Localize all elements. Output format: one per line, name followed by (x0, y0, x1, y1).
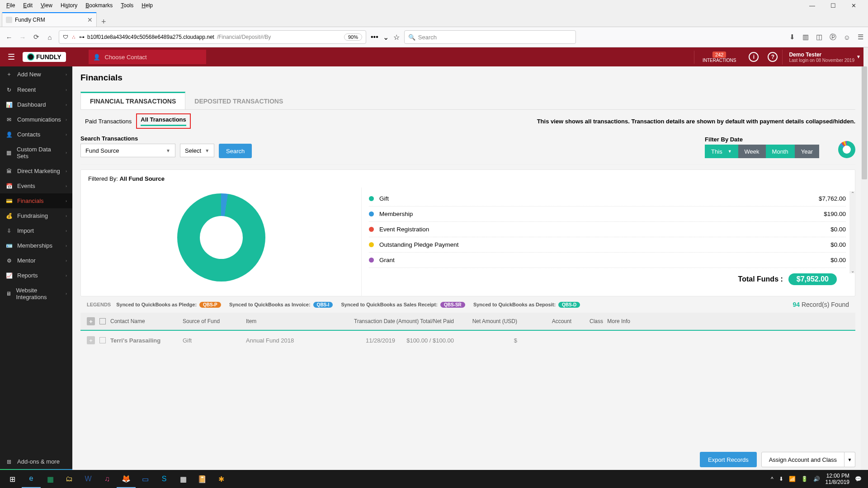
tab-deposited-transactions[interactable]: DEPOSITED TRANSACTIONS (185, 92, 292, 109)
legend-row[interactable]: Membership$190.00 (369, 206, 846, 222)
assign-dropdown-caret[interactable]: ▼ (844, 452, 855, 467)
taskbar-firefox[interactable]: 🦊 (117, 470, 136, 488)
tray-notifications-icon[interactable]: 💬 (855, 476, 862, 482)
home-button[interactable]: ⌂ (45, 33, 54, 41)
sidebar-item-custom-data-sets[interactable]: ▦Custom Data Sets› (0, 142, 72, 164)
shield-icon[interactable]: 🛡 (63, 34, 68, 40)
legend-row[interactable]: Gift$7,762.00 (369, 191, 846, 206)
menu-history[interactable]: History (57, 1, 81, 9)
mini-donut-chart[interactable] (838, 141, 855, 158)
pocket-icon[interactable]: ⌄ (383, 33, 389, 42)
sidebar-item-memberships[interactable]: 🪪Memberships› (0, 238, 72, 253)
zoom-indicator[interactable]: 90% (344, 33, 362, 41)
expand-all-button[interactable]: + (87, 317, 95, 325)
export-records-button[interactable]: Export Records (700, 452, 757, 467)
sidebar-item-reports[interactable]: 📈Reports› (0, 268, 72, 283)
taskbar-calculator[interactable]: ▦ (174, 470, 193, 488)
fund-source-select[interactable]: Fund Source ▼ (80, 144, 175, 157)
sidebar-item-website-integrations[interactable]: 🖥Website Integrations› (0, 283, 72, 305)
date-month[interactable]: Month (766, 145, 795, 158)
taskbar-excel[interactable]: ▦ (41, 470, 60, 488)
taskbar-itunes[interactable]: ♫ (98, 470, 117, 488)
page-actions-icon[interactable]: ••• (371, 33, 378, 41)
search-button[interactable]: Search (219, 144, 252, 158)
assign-account-class-button[interactable]: Assign Account and Class (761, 452, 844, 467)
new-tab-button[interactable]: + (97, 17, 111, 27)
subtab-all-transactions[interactable]: All Transactions (136, 113, 190, 129)
forward-button[interactable]: → (18, 33, 27, 41)
tray-wifi-icon[interactable]: 📶 (789, 476, 796, 482)
window-minimize[interactable]: — (806, 1, 819, 10)
col-amt[interactable]: (Amount) Total/Net Paid (395, 318, 454, 324)
window-close[interactable]: ✕ (848, 1, 860, 10)
date-year[interactable]: Year (795, 145, 819, 158)
menu-edit[interactable]: Edit (19, 1, 36, 9)
sidebar-addons[interactable]: ⊞ Add-ons & more (0, 454, 72, 469)
taskbar-word[interactable]: W (79, 470, 98, 488)
sidebar-item-events[interactable]: 📅Events› (0, 178, 72, 193)
window-maximize[interactable]: ☐ (827, 1, 840, 10)
legend-row[interactable]: Outstanding Pledge Payment$0.00 (369, 237, 846, 253)
info-button[interactable]: i (749, 52, 759, 62)
choose-contact-input[interactable]: 👤 Choose Contact (89, 50, 206, 64)
tray-chevron-icon[interactable]: ^ (771, 476, 774, 482)
menu-tools[interactable]: Tools (117, 1, 137, 9)
back-button[interactable]: ← (5, 33, 14, 41)
sidebar-item-recent[interactable]: ↻Recent› (0, 82, 72, 97)
date-week[interactable]: Week (738, 145, 766, 158)
sidebar-item-mentor[interactable]: ⚙Mentor› (0, 253, 72, 268)
legend-row[interactable]: Event Registration$0.00 (369, 222, 846, 237)
library-icon[interactable]: ▥ (802, 33, 809, 41)
sidebar-item-direct-marketing[interactable]: 🏛Direct Marketing› (0, 164, 72, 178)
tray-dropbox-icon[interactable]: ⬇ (779, 476, 783, 482)
taskbar-app[interactable]: ✱ (212, 470, 231, 488)
browser-tab[interactable]: Fundly CRM ✕ (2, 12, 97, 27)
start-button[interactable]: ⊞ (3, 470, 22, 488)
expand-row-button[interactable]: + (87, 336, 95, 344)
date-this-dropdown[interactable]: This▼ (705, 145, 738, 158)
col-source[interactable]: Source of Fund (183, 318, 246, 324)
tray-battery-icon[interactable]: 🔋 (801, 476, 808, 482)
user-menu[interactable]: Demo Tester Last login on 08 November 20… (782, 50, 863, 65)
menu-view[interactable]: View (37, 1, 56, 9)
select-dropdown[interactable]: Select ▼ (180, 144, 214, 157)
bookmark-star-icon[interactable]: ☆ (393, 33, 400, 42)
col-net[interactable]: Net Amount (USD) (454, 318, 517, 324)
tab-financial-transactions[interactable]: FINANCIAL TRANSACTIONS (80, 92, 185, 109)
app-menu-toggle[interactable]: ☰ (0, 52, 23, 62)
url-bar[interactable]: 🛡 ⛬ ⊶ b10f01de8a4349c49c50568e6489a275.c… (59, 30, 366, 44)
sidebar-item-add-new[interactable]: ＋Add New› (0, 66, 72, 82)
tracking-icon[interactable]: ⛬ (71, 34, 76, 40)
reload-button[interactable]: ⟳ (32, 33, 41, 41)
col-class[interactable]: Class (571, 318, 603, 324)
app-menu-icon[interactable]: ☰ (858, 33, 863, 41)
taskbar-zoom[interactable]: ▭ (136, 470, 155, 488)
search-bar[interactable]: 🔍 Search (404, 30, 576, 44)
system-clock[interactable]: 12:00 PM 11/8/2019 (826, 473, 849, 486)
menu-file[interactable]: File (3, 1, 19, 9)
tab-close-icon[interactable]: ✕ (87, 16, 93, 23)
pinterest-icon[interactable]: ⓟ (830, 33, 836, 42)
account-icon[interactable]: ☺ (844, 33, 850, 41)
table-row[interactable]: + Terri's Parasailing Gift Annual Fund 2… (80, 330, 855, 350)
legend-scrollbar[interactable]: ⌃⌄ (849, 191, 856, 273)
sidebar-item-contacts[interactable]: 👤Contacts› (0, 127, 72, 142)
subtab-paid-transactions[interactable]: Paid Transactions (80, 115, 136, 127)
sidebar-item-import[interactable]: ⇩Import› (0, 223, 72, 238)
app-logo[interactable]: FUNDLY (23, 52, 66, 62)
connection-icon[interactable]: ⊶ (79, 34, 85, 40)
menu-bookmarks[interactable]: Bookmarks (82, 1, 116, 9)
legend-row[interactable]: Grant$0.00 (369, 253, 846, 268)
tray-volume-icon[interactable]: 🔊 (813, 476, 820, 482)
taskbar-notes[interactable]: 📔 (193, 470, 212, 488)
interactions-counter[interactable]: 242 INTERACTIONS (694, 51, 744, 64)
help-button[interactable]: ? (768, 52, 778, 62)
sidebar-item-communications[interactable]: ✉Communications› (0, 112, 72, 127)
col-item[interactable]: Item (246, 318, 336, 324)
taskbar-explorer[interactable]: 🗂 (60, 470, 79, 488)
col-acct[interactable]: Account (517, 318, 571, 324)
donut-chart[interactable] (177, 193, 265, 282)
row-checkbox[interactable] (99, 337, 106, 343)
sidebar-item-dashboard[interactable]: 📊Dashboard› (0, 97, 72, 112)
col-tdate[interactable]: Transaction Date (336, 318, 395, 324)
